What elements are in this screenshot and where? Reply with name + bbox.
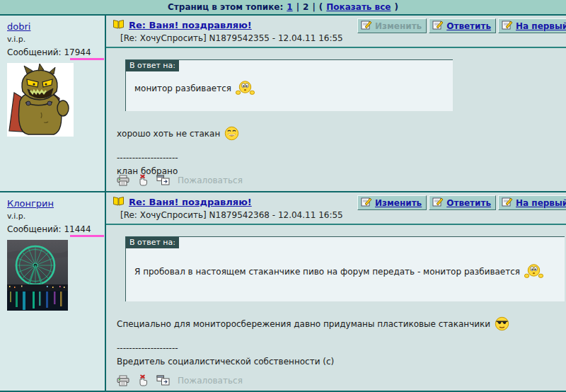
post-body-text: Специально для мониторосбережения давно … bbox=[117, 319, 490, 329]
post-body-text: хорошо хоть не стакан bbox=[117, 129, 220, 139]
post-1-content: Re: Ваня! поздравляю! [Re: ХочуСпросить]… bbox=[106, 16, 566, 191]
post-body: хорошо хоть не стакан bbox=[117, 126, 566, 141]
edit-note-icon bbox=[432, 197, 444, 209]
shrug-smiley bbox=[524, 264, 543, 279]
edit-note-icon bbox=[361, 20, 372, 32]
quote-block: В ответ на: монитор разбивается bbox=[125, 59, 453, 111]
quote-text: Я пробовал в настоящем стаканчике пиво н… bbox=[134, 267, 520, 277]
edit-button-label: Изменить bbox=[375, 21, 422, 31]
post-2-header: Re: Ваня! поздравляю! [Re: ХочуСпросить]… bbox=[106, 192, 566, 225]
post-1-buttons: Изменить Ответить На первый bbox=[357, 18, 566, 33]
avatar-cartoon-monster bbox=[7, 63, 105, 137]
username-link[interactable]: Клонгрин bbox=[7, 198, 54, 209]
complain-link[interactable]: Пожаловаться bbox=[178, 175, 243, 185]
rating-bar bbox=[70, 235, 104, 237]
reply-button-label: Ответить bbox=[446, 198, 491, 208]
username-link[interactable]: dobri bbox=[7, 21, 30, 32]
rating-bar bbox=[70, 58, 104, 60]
pagination-bar: Страниц в этом топике: 1 | 2 | (Показать… bbox=[0, 0, 566, 16]
reply-button[interactable]: Ответить bbox=[429, 18, 496, 33]
pagination-label: Страниц в этом топике: bbox=[168, 2, 283, 12]
quote-label: В ответ на: bbox=[126, 60, 179, 71]
quote-block: В ответ на: Я пробовал в настоящем стака… bbox=[125, 236, 565, 301]
forward-windows-icon[interactable] bbox=[156, 175, 170, 185]
user-rank: v.i.p. bbox=[7, 212, 105, 221]
user-rank: v.i.p. bbox=[7, 35, 105, 44]
edit-note-icon bbox=[432, 20, 444, 32]
signature-dashes: -------------------- bbox=[117, 342, 566, 355]
notify-hand-icon[interactable] bbox=[138, 174, 149, 186]
reply-button-label: Ответить bbox=[446, 21, 491, 31]
page-link-1[interactable]: 1 bbox=[287, 2, 292, 12]
printer-icon[interactable] bbox=[117, 175, 130, 186]
post-1-footer: Пожаловаться bbox=[117, 174, 243, 186]
post-body: Специально для мониторосбережения давно … bbox=[117, 316, 566, 331]
post-count: Сообщений: 11444 bbox=[7, 224, 105, 234]
reply-button[interactable]: Ответить bbox=[429, 195, 496, 210]
forward-windows-icon[interactable] bbox=[156, 375, 170, 386]
edit-note-icon bbox=[361, 197, 372, 209]
edit-button[interactable]: Изменить bbox=[357, 195, 427, 210]
post-meta: [Re: ХочуСпросить] N1879542368 - 12.04.1… bbox=[120, 210, 566, 220]
paren-close: ) bbox=[394, 2, 398, 12]
show-all-link[interactable]: Показать все bbox=[326, 2, 391, 12]
post-2-content: Re: Ваня! поздравляю! [Re: ХочуСпросить]… bbox=[106, 192, 566, 391]
edit-button: Изменить bbox=[357, 18, 427, 33]
signature: -------------------- Вредитель социалист… bbox=[117, 342, 566, 368]
post-count-label: Сообщений: bbox=[7, 47, 62, 57]
post-1: dobri v.i.p. Сообщений: 17944 bbox=[0, 16, 566, 192]
post-count-value: 17944 bbox=[64, 47, 91, 57]
signature-dashes: -------------------- bbox=[117, 151, 566, 165]
go-first-button-label: На первый bbox=[516, 198, 566, 208]
notify-hand-icon[interactable] bbox=[138, 374, 149, 386]
open-book-icon bbox=[112, 196, 125, 208]
complain-link[interactable]: Пожаловаться bbox=[178, 376, 243, 386]
cool-smiley bbox=[495, 316, 509, 331]
go-first-button-label: На первый bbox=[516, 21, 566, 31]
pagination-divider: | bbox=[296, 2, 299, 12]
open-book-icon bbox=[112, 19, 125, 31]
go-first-button[interactable]: На первый bbox=[498, 18, 566, 33]
go-first-button[interactable]: На первый bbox=[498, 195, 566, 210]
post-count-label: Сообщений: bbox=[7, 224, 62, 234]
grin-smiley bbox=[224, 126, 239, 141]
post-count: Сообщений: 17944 bbox=[7, 47, 105, 57]
quote-label: В ответ на: bbox=[126, 237, 179, 248]
edit-note-icon bbox=[502, 20, 513, 32]
printer-icon[interactable] bbox=[117, 375, 130, 386]
post-1-header: Re: Ваня! поздравляю! [Re: ХочуСпросить]… bbox=[106, 16, 566, 48]
post-2-buttons: Изменить Ответить На первый bbox=[357, 195, 566, 210]
post-1-author-panel: dobri v.i.p. Сообщений: 17944 bbox=[0, 16, 106, 191]
edit-button-label: Изменить bbox=[375, 198, 422, 208]
post-title-link[interactable]: Re: Ваня! поздравляю! bbox=[129, 197, 252, 207]
pagination-divider: | bbox=[312, 2, 315, 12]
page-current-2: 2 bbox=[303, 2, 308, 12]
post-count-value: 11444 bbox=[64, 224, 91, 234]
post-meta: [Re: ХочуСпросить] N1879542355 - 12.04.1… bbox=[120, 33, 566, 43]
shrug-smiley bbox=[236, 81, 255, 96]
post-2-author-panel: Клонгрин v.i.p. Сообщений: 11444 bbox=[0, 192, 106, 391]
post-2-footer: Пожаловаться bbox=[117, 374, 243, 386]
avatar-ferris-wheel-night bbox=[7, 240, 105, 311]
signature-text: Вредитель социалистической собственности… bbox=[117, 355, 566, 369]
edit-note-icon bbox=[502, 197, 513, 209]
post-2: Клонгрин v.i.p. Сообщений: 11444 bbox=[0, 192, 566, 392]
post-title-link[interactable]: Re: Ваня! поздравляю! bbox=[129, 20, 252, 30]
quote-text: монитор разбивается bbox=[134, 83, 231, 93]
paren-open: ( bbox=[319, 2, 323, 12]
